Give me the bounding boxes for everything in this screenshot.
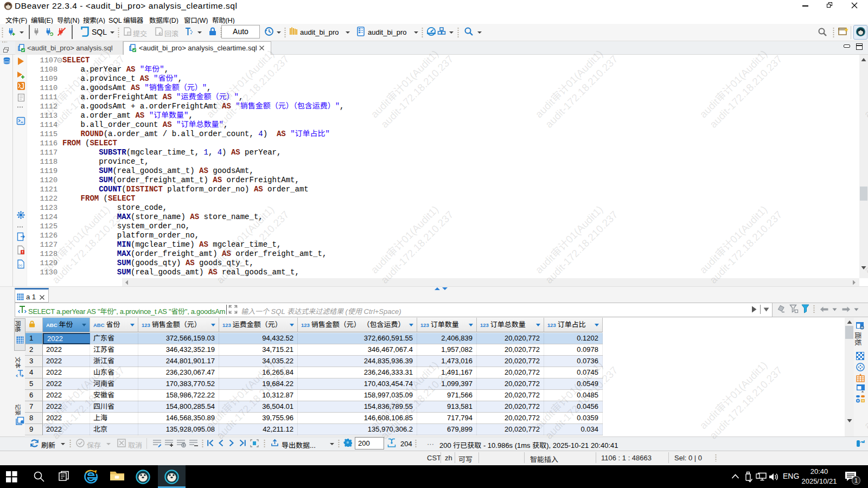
svg-text:1: 1: [854, 477, 858, 484]
svg-text:{x}: {x}: [18, 264, 22, 267]
